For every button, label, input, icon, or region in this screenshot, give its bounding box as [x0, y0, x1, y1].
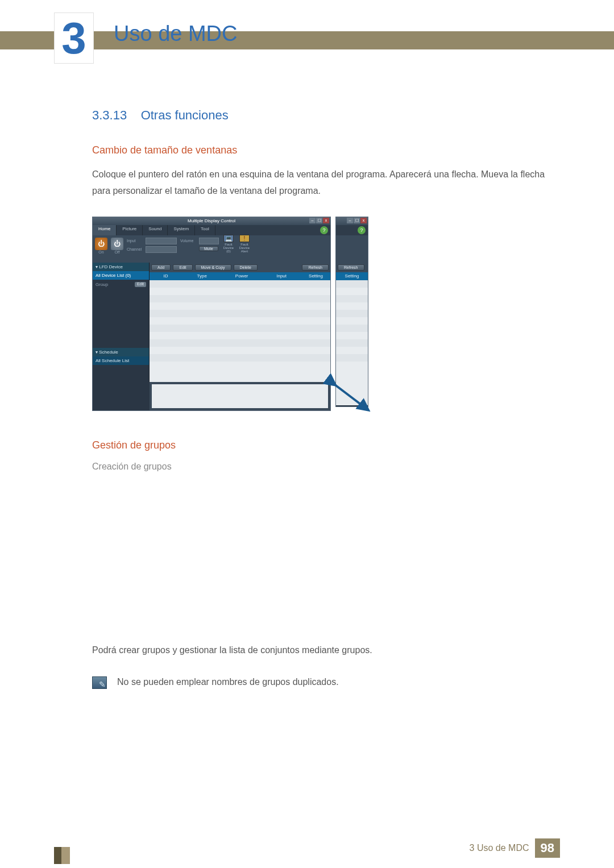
- add-button[interactable]: Add: [151, 264, 171, 271]
- sec-refresh-button[interactable]: Refresh: [338, 264, 364, 271]
- sidebar-lfd-device[interactable]: ▾ LFD Device: [93, 263, 149, 271]
- action-row: Add Edit Move & Copy Delete Refresh: [150, 263, 330, 272]
- table-row: [150, 354, 330, 362]
- page-content: 3.3.13 Otras funciones Cambio de tamaño …: [92, 108, 557, 691]
- move-copy-button[interactable]: Move & Copy: [195, 264, 231, 271]
- col-id: ID: [150, 273, 182, 279]
- table-row: [150, 310, 330, 317]
- creation-subheading: Creación de grupos: [92, 462, 557, 472]
- resize-body-text: Coloque el puntero del ratón en una esqu…: [92, 167, 557, 200]
- volume-spinner[interactable]: [199, 238, 219, 244]
- mdc-screenshot: Multiple Display Control – ☐ x Home Pict…: [92, 217, 374, 411]
- sec-minimize-button[interactable]: –: [347, 218, 353, 223]
- section-title: Otras funciones: [141, 108, 229, 122]
- table-row: [150, 339, 330, 347]
- fault-device-icon[interactable]: 💻 Fault Device (0): [222, 238, 235, 250]
- subsection-resize-heading: Cambio de tamaño de ventanas: [92, 144, 557, 156]
- col-input: Input: [262, 273, 301, 279]
- mdc-bottom-panel: [93, 382, 330, 410]
- table-row: [150, 302, 330, 310]
- mdc-title-text: Multiple Display Control: [188, 218, 235, 223]
- footer-label: 3 Uso de MDC: [470, 843, 529, 853]
- chapter-title: Uso de MDC: [114, 22, 238, 46]
- tab-home[interactable]: Home: [93, 225, 117, 235]
- table-row: [150, 325, 330, 332]
- sec-maximize-button[interactable]: ☐: [354, 218, 360, 223]
- sidebar-schedule[interactable]: ▾ Schedule: [93, 348, 149, 356]
- group-edit-chip[interactable]: Edit: [135, 282, 146, 287]
- col-power: Power: [222, 273, 262, 279]
- sec-help-icon[interactable]: ?: [358, 226, 366, 234]
- sec-col-setting: Setting: [336, 273, 368, 279]
- delete-button[interactable]: Delete: [234, 264, 258, 271]
- note-icon: [92, 676, 107, 689]
- chapter-number-box: 3: [54, 13, 94, 64]
- table-row: [150, 317, 330, 325]
- off-label: Off: [114, 250, 119, 254]
- sidebar-all-device-list[interactable]: All Device List (0): [93, 271, 149, 280]
- input-select[interactable]: [146, 238, 177, 244]
- section-number: 3.3.13: [92, 108, 127, 123]
- sec-close-button[interactable]: x: [360, 218, 367, 223]
- data-grid: [150, 280, 330, 382]
- col-setting: Setting: [301, 273, 330, 279]
- svg-line-0: [332, 383, 365, 408]
- maximize-button[interactable]: ☐: [316, 218, 322, 223]
- sidebar-all-schedule-list[interactable]: All Schedule List: [93, 356, 149, 365]
- mute-button[interactable]: Mute: [199, 246, 218, 251]
- table-row: [150, 332, 330, 339]
- footer-accent-light: [61, 847, 70, 864]
- mdc-tabs: Home Picture Sound System Tool ?: [93, 225, 330, 235]
- input-label: Input: [127, 239, 144, 243]
- mdc-main-window: Multiple Display Control – ☐ x Home Pict…: [92, 217, 331, 411]
- group-label: Group: [96, 282, 108, 287]
- fault-alert-icon[interactable]: ! Fault Device Alert: [238, 238, 251, 250]
- power-on-button[interactable]: ⏻: [95, 238, 107, 250]
- secondary-titlebar: – ☐ x: [336, 217, 368, 225]
- channel-select[interactable]: [146, 246, 177, 253]
- note-text: No se pueden emplear nombres de grupos d…: [117, 674, 339, 691]
- page-footer: 3 Uso de MDC 98: [470, 838, 560, 858]
- minimize-button[interactable]: –: [309, 218, 316, 223]
- note-row: No se pueden emplear nombres de grupos d…: [92, 674, 557, 691]
- col-type: Type: [182, 273, 222, 279]
- chapter-number: 3: [61, 16, 86, 60]
- sidebar-group-row: Group Edit: [93, 280, 149, 289]
- table-row: [150, 288, 330, 295]
- close-button[interactable]: x: [323, 218, 329, 223]
- mdc-sidebar: ▾ LFD Device All Device List (0) Group E…: [93, 263, 150, 382]
- page-number: 98: [535, 838, 560, 858]
- resize-arrow-icon: [326, 377, 377, 417]
- groups-body-text: Podrá crear grupos y gestionar la lista …: [92, 642, 557, 659]
- mdc-main-area: Add Edit Move & Copy Delete Refresh ID T…: [150, 263, 330, 382]
- volume-label: Volume: [180, 239, 197, 243]
- on-label: On: [98, 250, 103, 254]
- mdc-toolbar: ⏻ On ⏻ Off Input Channel: [93, 235, 330, 263]
- help-icon[interactable]: ?: [320, 226, 328, 234]
- refresh-button[interactable]: Refresh: [302, 264, 329, 271]
- channel-label: Channel: [127, 247, 144, 251]
- edit-button[interactable]: Edit: [173, 264, 192, 271]
- power-off-button[interactable]: ⏻: [111, 238, 123, 250]
- tab-system[interactable]: System: [168, 225, 195, 235]
- table-row: [150, 295, 330, 302]
- tab-picture[interactable]: Picture: [117, 225, 143, 235]
- column-headers: ID Type Power Input Setting: [150, 272, 330, 280]
- mdc-titlebar: Multiple Display Control – ☐ x: [93, 217, 330, 225]
- tab-sound[interactable]: Sound: [143, 225, 168, 235]
- mdc-body: ▾ LFD Device All Device List (0) Group E…: [93, 263, 330, 382]
- table-row: [150, 280, 330, 288]
- window-buttons: – ☐ x: [309, 218, 329, 223]
- tab-tool[interactable]: Tool: [195, 225, 215, 235]
- table-row: [150, 347, 330, 354]
- subsection-groups-heading: Gestión de grupos: [92, 439, 557, 451]
